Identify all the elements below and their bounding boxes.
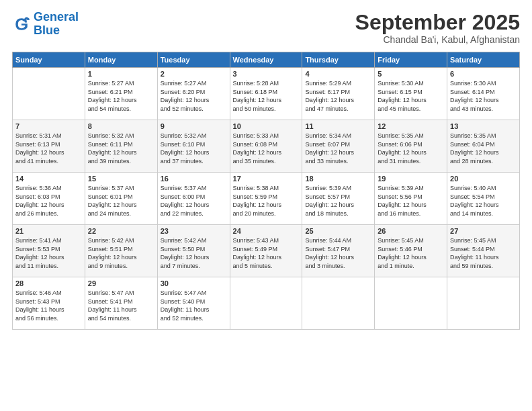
calendar-cell: 5Sunrise: 5:30 AM Sunset: 6:15 PM Daylig… — [375, 68, 447, 120]
calendar-cell: 18Sunrise: 5:39 AM Sunset: 5:57 PM Dayli… — [302, 173, 375, 225]
calendar-cell: 8Sunrise: 5:32 AM Sunset: 6:11 PM Daylig… — [85, 120, 157, 173]
header-cell-wednesday: Wednesday — [230, 52, 302, 68]
cell-info: Sunrise: 5:31 AM Sunset: 6:13 PM Dayligh… — [15, 132, 82, 165]
week-row-2: 7Sunrise: 5:31 AM Sunset: 6:13 PM Daylig… — [13, 120, 520, 173]
calendar-cell: 16Sunrise: 5:37 AM Sunset: 6:00 PM Dayli… — [157, 173, 230, 225]
day-number: 4 — [305, 70, 371, 78]
calendar-cell: 4Sunrise: 5:29 AM Sunset: 6:17 PM Daylig… — [302, 68, 375, 120]
calendar-cell — [447, 277, 520, 330]
cell-info: Sunrise: 5:34 AM Sunset: 6:07 PM Dayligh… — [305, 132, 371, 165]
header: General Blue September 2025 Chandal Ba'i… — [12, 11, 520, 45]
cell-info: Sunrise: 5:47 AM Sunset: 5:40 PM Dayligh… — [161, 289, 227, 322]
day-number: 20 — [450, 175, 517, 183]
calendar-cell: 27Sunrise: 5:45 AM Sunset: 5:44 PM Dayli… — [447, 225, 520, 277]
cell-info: Sunrise: 5:43 AM Sunset: 5:49 PM Dayligh… — [233, 236, 300, 270]
week-row-3: 14Sunrise: 5:36 AM Sunset: 6:03 PM Dayli… — [13, 173, 520, 225]
month-title: September 2025 — [355, 11, 520, 34]
header-cell-sunday: Sunday — [13, 52, 85, 68]
calendar-cell: 11Sunrise: 5:34 AM Sunset: 6:07 PM Dayli… — [302, 120, 375, 173]
day-number: 27 — [450, 227, 517, 235]
day-number: 1 — [88, 70, 154, 78]
cell-info: Sunrise: 5:39 AM Sunset: 5:56 PM Dayligh… — [378, 184, 444, 218]
day-number: 7 — [15, 122, 82, 130]
calendar-cell: 17Sunrise: 5:38 AM Sunset: 5:59 PM Dayli… — [230, 173, 302, 225]
day-number: 26 — [378, 227, 444, 235]
day-number: 13 — [450, 122, 517, 130]
day-number: 8 — [88, 122, 154, 130]
subtitle: Chandal Ba'i, Kabul, Afghanistan — [355, 34, 520, 45]
day-number: 24 — [233, 227, 300, 235]
day-number: 17 — [233, 175, 300, 183]
cell-info: Sunrise: 5:47 AM Sunset: 5:41 PM Dayligh… — [88, 289, 154, 322]
calendar-cell: 7Sunrise: 5:31 AM Sunset: 6:13 PM Daylig… — [13, 120, 85, 173]
calendar-cell: 2Sunrise: 5:27 AM Sunset: 6:20 PM Daylig… — [157, 68, 230, 120]
header-cell-thursday: Thursday — [302, 52, 375, 68]
day-number: 23 — [161, 227, 227, 235]
calendar-table: SundayMondayTuesdayWednesdayThursdayFrid… — [12, 52, 520, 330]
calendar-cell — [302, 277, 375, 330]
day-number: 9 — [161, 122, 227, 130]
calendar-cell — [230, 277, 302, 330]
cell-info: Sunrise: 5:42 AM Sunset: 5:50 PM Dayligh… — [161, 236, 227, 270]
day-number: 15 — [88, 175, 154, 183]
cell-info: Sunrise: 5:41 AM Sunset: 5:53 PM Dayligh… — [15, 236, 82, 270]
calendar-cell: 29Sunrise: 5:47 AM Sunset: 5:41 PM Dayli… — [85, 277, 157, 330]
calendar-cell — [13, 68, 85, 120]
cell-info: Sunrise: 5:27 AM Sunset: 6:20 PM Dayligh… — [161, 79, 227, 113]
cell-info: Sunrise: 5:39 AM Sunset: 5:57 PM Dayligh… — [305, 184, 371, 218]
day-number: 3 — [233, 70, 300, 78]
cell-info: Sunrise: 5:27 AM Sunset: 6:21 PM Dayligh… — [88, 79, 154, 113]
day-number: 25 — [305, 227, 371, 235]
logo: General Blue — [12, 11, 79, 38]
header-cell-monday: Monday — [85, 52, 157, 68]
cell-info: Sunrise: 5:35 AM Sunset: 6:06 PM Dayligh… — [378, 132, 444, 165]
page: General Blue September 2025 Chandal Ba'i… — [0, 0, 532, 411]
day-number: 14 — [15, 175, 82, 183]
day-number: 18 — [305, 175, 371, 183]
cell-info: Sunrise: 5:42 AM Sunset: 5:51 PM Dayligh… — [88, 236, 154, 270]
day-number: 16 — [161, 175, 227, 183]
cell-info: Sunrise: 5:29 AM Sunset: 6:17 PM Dayligh… — [305, 79, 371, 113]
cell-info: Sunrise: 5:40 AM Sunset: 5:54 PM Dayligh… — [450, 184, 517, 218]
calendar-cell: 28Sunrise: 5:46 AM Sunset: 5:43 PM Dayli… — [13, 277, 85, 330]
day-number: 10 — [233, 122, 300, 130]
cell-info: Sunrise: 5:30 AM Sunset: 6:14 PM Dayligh… — [450, 79, 517, 113]
calendar-cell — [375, 277, 447, 330]
day-number: 19 — [378, 175, 444, 183]
cell-info: Sunrise: 5:38 AM Sunset: 5:59 PM Dayligh… — [233, 184, 300, 218]
calendar-cell: 14Sunrise: 5:36 AM Sunset: 6:03 PM Dayli… — [13, 173, 85, 225]
calendar-cell: 23Sunrise: 5:42 AM Sunset: 5:50 PM Dayli… — [157, 225, 230, 277]
calendar-cell: 13Sunrise: 5:35 AM Sunset: 6:04 PM Dayli… — [447, 120, 520, 173]
header-cell-tuesday: Tuesday — [157, 52, 230, 68]
calendar-cell: 30Sunrise: 5:47 AM Sunset: 5:40 PM Dayli… — [157, 277, 230, 330]
day-number: 11 — [305, 122, 371, 130]
logo-icon — [12, 15, 31, 34]
header-row: SundayMondayTuesdayWednesdayThursdayFrid… — [13, 52, 520, 68]
calendar-cell: 6Sunrise: 5:30 AM Sunset: 6:14 PM Daylig… — [447, 68, 520, 120]
day-number: 22 — [88, 227, 154, 235]
cell-info: Sunrise: 5:33 AM Sunset: 6:08 PM Dayligh… — [233, 132, 300, 165]
cell-info: Sunrise: 5:28 AM Sunset: 6:18 PM Dayligh… — [233, 79, 300, 113]
calendar-cell: 22Sunrise: 5:42 AM Sunset: 5:51 PM Dayli… — [85, 225, 157, 277]
cell-info: Sunrise: 5:37 AM Sunset: 6:01 PM Dayligh… — [88, 184, 154, 218]
cell-info: Sunrise: 5:45 AM Sunset: 5:44 PM Dayligh… — [450, 236, 517, 270]
logo-text: General Blue — [34, 11, 79, 38]
cell-info: Sunrise: 5:32 AM Sunset: 6:10 PM Dayligh… — [161, 132, 227, 165]
day-number: 29 — [88, 279, 154, 287]
cell-info: Sunrise: 5:44 AM Sunset: 5:47 PM Dayligh… — [305, 236, 371, 270]
cell-info: Sunrise: 5:32 AM Sunset: 6:11 PM Dayligh… — [88, 132, 154, 165]
day-number: 21 — [15, 227, 82, 235]
calendar-cell: 15Sunrise: 5:37 AM Sunset: 6:01 PM Dayli… — [85, 173, 157, 225]
header-cell-friday: Friday — [375, 52, 447, 68]
week-row-5: 28Sunrise: 5:46 AM Sunset: 5:43 PM Dayli… — [13, 277, 520, 330]
calendar-cell: 3Sunrise: 5:28 AM Sunset: 6:18 PM Daylig… — [230, 68, 302, 120]
calendar-cell: 20Sunrise: 5:40 AM Sunset: 5:54 PM Dayli… — [447, 173, 520, 225]
cell-info: Sunrise: 5:37 AM Sunset: 6:00 PM Dayligh… — [161, 184, 227, 218]
calendar-cell: 26Sunrise: 5:45 AM Sunset: 5:46 PM Dayli… — [375, 225, 447, 277]
day-number: 5 — [378, 70, 444, 78]
calendar-cell: 21Sunrise: 5:41 AM Sunset: 5:53 PM Dayli… — [13, 225, 85, 277]
cell-info: Sunrise: 5:36 AM Sunset: 6:03 PM Dayligh… — [15, 184, 82, 218]
day-number: 6 — [450, 70, 517, 78]
cell-info: Sunrise: 5:35 AM Sunset: 6:04 PM Dayligh… — [450, 132, 517, 165]
day-number: 30 — [161, 279, 227, 287]
